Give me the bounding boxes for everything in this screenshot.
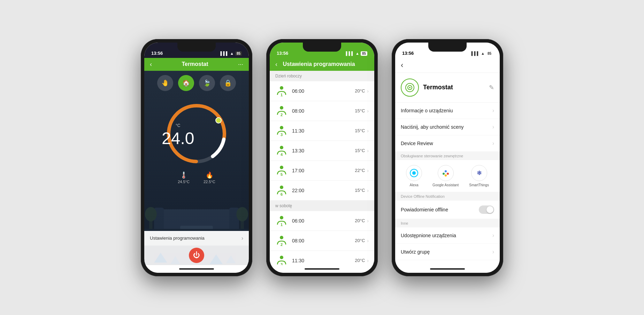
temp-unit: °C bbox=[162, 123, 194, 128]
schedule-item-workday-5[interactable]: 5 17:00 22°C › bbox=[270, 161, 374, 181]
target-temp-value: 22.5°C bbox=[204, 180, 215, 184]
smartthings-icon-circle: ❄ bbox=[471, 165, 487, 181]
temperature-readings: 🌡️ 24.5°C 🔥 22.5°C bbox=[178, 171, 215, 184]
google-assistant-icon bbox=[441, 168, 450, 178]
back-button-1[interactable]: ‹ bbox=[150, 61, 152, 68]
svg-point-33 bbox=[280, 256, 283, 259]
schedule-icon-5: 5 bbox=[275, 164, 288, 177]
schedule-item-workday-1[interactable]: 1 06:00 20°C › bbox=[270, 81, 374, 101]
saturday-label: w sobotę bbox=[275, 203, 292, 208]
settings-item-scenes[interactable]: Naciśnij, aby urchomić sceny › bbox=[395, 119, 500, 135]
back-button-2[interactable]: ‹ bbox=[275, 61, 277, 68]
thermostat-dial: °C 24.0 🌡️ 24.5°C 🔥 22.5°C bbox=[144, 99, 249, 184]
status-time-3: 13:56 bbox=[402, 51, 414, 56]
wifi-icon-2: ▲ bbox=[355, 51, 359, 55]
settings-content: Termostat ✎ Informacje o urządzeniu › Na… bbox=[395, 73, 500, 265]
notch-2 bbox=[303, 43, 341, 52]
schedule-item-workday-6[interactable]: 6 22:00 15°C › bbox=[270, 181, 374, 201]
mode-home-btn[interactable]: 🏠 bbox=[178, 75, 194, 91]
schedule-content: Dzień roboczy 1 06:00 20°C › bbox=[270, 71, 374, 265]
create-group-label: Utwórz grupę bbox=[401, 249, 430, 255]
ice-decoration bbox=[144, 246, 249, 265]
svg-text:2: 2 bbox=[281, 242, 283, 247]
settings-item-shared-devices[interactable]: Udostępnione urządzenia › bbox=[395, 227, 500, 244]
notch-3 bbox=[428, 43, 467, 52]
settings-item-faq[interactable]: FAQ & Feedback › bbox=[395, 260, 500, 265]
svg-marker-16 bbox=[226, 255, 236, 263]
schedule-item-workday-2[interactable]: 2 08:00 15°C › bbox=[270, 101, 374, 121]
home-indicator-3 bbox=[395, 265, 500, 273]
offline-notification-section-label: Device Offline Notification bbox=[395, 192, 500, 201]
temp-value: 24.0 bbox=[162, 129, 194, 148]
offline-notification-toggle[interactable] bbox=[479, 205, 494, 214]
thermostat-title: Termostat bbox=[182, 61, 208, 67]
person-icon-1: 1 bbox=[276, 85, 288, 97]
svg-point-23 bbox=[280, 146, 283, 149]
schedule-icon-2: 2 bbox=[275, 105, 288, 117]
signal-icon-3: ▌▌▌ bbox=[472, 51, 480, 55]
alexa-control[interactable]: Alexa bbox=[406, 165, 422, 187]
svg-marker-15 bbox=[210, 254, 223, 264]
google-assistant-control[interactable]: Google Assistant bbox=[432, 165, 459, 187]
schedule-time-w5: 17:00 bbox=[292, 168, 355, 173]
thermostat-icon-svg bbox=[405, 83, 415, 92]
thermostat-bottom-bar: ⏻ bbox=[144, 246, 249, 265]
chevron-shared-devices: › bbox=[492, 232, 494, 239]
schedule-item-sat-2[interactable]: 2 08:00 20°C › bbox=[270, 231, 374, 251]
phone-1: 13:56 ▌▌▌ ▲ 85 ‹ Termostat ··· bbox=[141, 39, 252, 276]
phone-2: 13:56 ▌▌▌ ▲ 85 ‹ Ustawienia programowani… bbox=[266, 39, 378, 276]
settings-item-device-info[interactable]: Informacje o urządzeniu › bbox=[395, 103, 500, 119]
phone-3-screen: 13:56 ▌▌▌ ▲ 85 ‹ Termo bbox=[395, 43, 500, 273]
battery-2: 85 bbox=[361, 51, 367, 56]
schedule-bar-arrow: › bbox=[242, 235, 243, 241]
notch-1 bbox=[177, 43, 216, 52]
person-icon-5: 5 bbox=[276, 165, 288, 177]
external-control-section-label: Obsługiwane sterowanie zewnętrzne bbox=[395, 152, 500, 160]
schedule-temp-s1: 20°C bbox=[355, 218, 365, 223]
mode-eco-btn[interactable]: 🍃 bbox=[199, 75, 215, 91]
schedule-shortcut-bar[interactable]: Ustawienia programowania › bbox=[144, 231, 249, 246]
schedule-temp-w6: 15°C bbox=[355, 188, 365, 193]
home-bar-2 bbox=[305, 268, 339, 270]
offline-section-label-text: Device Offline Notification bbox=[401, 194, 445, 198]
mode-manual-btn[interactable]: 🤚 bbox=[157, 75, 173, 91]
svg-text:1: 1 bbox=[281, 223, 283, 227]
status-icons-3: ▌▌▌ ▲ 85 bbox=[472, 51, 493, 56]
svg-point-27 bbox=[280, 186, 283, 189]
settings-item-create-group[interactable]: Utwórz grupę › bbox=[395, 244, 500, 260]
ext-control-label-text: Obsługiwane sterowanie zewnętrzne bbox=[401, 154, 463, 158]
svg-point-45 bbox=[447, 173, 449, 175]
svg-text:6: 6 bbox=[281, 192, 283, 196]
schedule-bar-label: Ustawienia programowania bbox=[150, 235, 205, 241]
scenes-right: › bbox=[492, 124, 494, 130]
svg-text:3: 3 bbox=[281, 262, 283, 265]
alexa-label: Alexa bbox=[410, 183, 419, 187]
schedule-item-workday-4[interactable]: 4 13:30 15°C › bbox=[270, 141, 374, 161]
device-info-header: Termostat ✎ bbox=[395, 73, 500, 103]
target-temp-reading: 🔥 22.5°C bbox=[204, 171, 215, 184]
schedule-time-w1: 06:00 bbox=[292, 88, 355, 94]
svg-point-17 bbox=[280, 86, 283, 90]
schedule-item-sat-3[interactable]: 3 11:30 20°C › bbox=[270, 251, 374, 265]
svg-point-8 bbox=[236, 207, 248, 221]
phone-3: 13:56 ▌▌▌ ▲ 85 ‹ Termo bbox=[392, 39, 503, 276]
device-title-settings: Termostat bbox=[423, 84, 485, 91]
schedule-time-w2: 08:00 bbox=[292, 108, 355, 114]
menu-button-1[interactable]: ··· bbox=[238, 61, 243, 68]
svg-point-31 bbox=[280, 236, 283, 239]
back-button-3[interactable]: ‹ bbox=[401, 61, 403, 70]
smartthings-label: SmartThings bbox=[469, 183, 489, 187]
battery-1: 85 bbox=[235, 51, 242, 56]
schedule-time-s3: 11:30 bbox=[292, 258, 355, 263]
settings-item-review[interactable]: Device Review › bbox=[395, 135, 500, 152]
smartthings-control[interactable]: ❄ SmartThings bbox=[469, 165, 489, 187]
schedule-item-workday-3[interactable]: 3 11:30 15°C › bbox=[270, 121, 374, 141]
home-indicator-2 bbox=[270, 265, 374, 273]
mode-lock-btn[interactable]: 🔒 bbox=[220, 75, 236, 91]
svg-point-44 bbox=[445, 170, 447, 172]
settings-item-offline-notification[interactable]: Powiadomienie offline bbox=[395, 201, 500, 219]
schedule-item-sat-1[interactable]: 1 06:00 20°C › bbox=[270, 211, 374, 231]
smartthings-icon: ❄ bbox=[475, 168, 484, 178]
schedule-sat-icon-1: 1 bbox=[275, 215, 288, 227]
edit-device-button[interactable]: ✎ bbox=[489, 84, 494, 91]
